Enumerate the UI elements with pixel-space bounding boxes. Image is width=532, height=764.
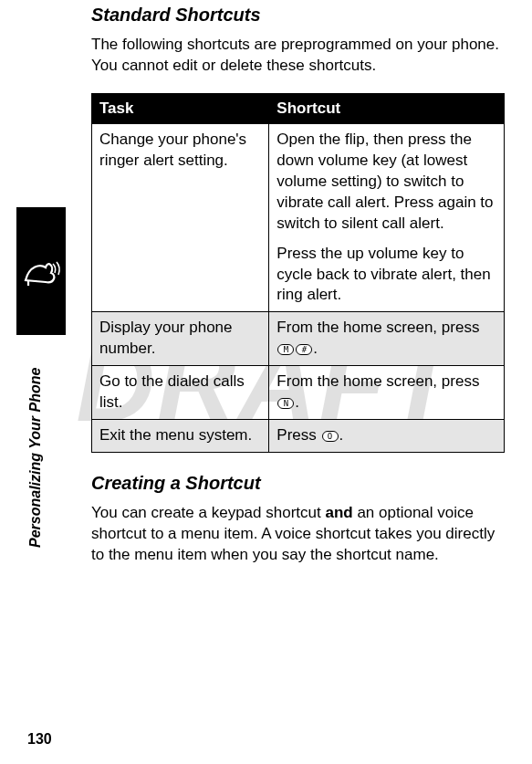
- key-icon: M: [277, 344, 294, 355]
- key-icon: #: [296, 344, 312, 355]
- col-header-shortcut: Shortcut: [269, 93, 505, 123]
- shortcut-text: From the home screen, press: [276, 319, 479, 336]
- task-cell: Change your phone's ringer alert setting…: [92, 123, 269, 312]
- table-row: Go to the dialed calls list.From the hom…: [92, 366, 505, 420]
- intro-paragraph-1: The following shortcuts are preprogramme…: [91, 35, 505, 77]
- table-row: Display your phone number.From the home …: [92, 312, 505, 366]
- heading-creating-shortcut: Creating a Shortcut: [91, 473, 505, 494]
- shortcut-cell: Press O.: [269, 420, 505, 453]
- side-tab: [16, 207, 66, 335]
- shortcut-text: Open the flip, then press the down volum…: [276, 130, 496, 235]
- task-cell: Go to the dialed calls list.: [92, 366, 269, 420]
- key-icon: O: [322, 431, 339, 442]
- shortcut-text: Press: [276, 426, 320, 444]
- table-row: Change your phone's ringer alert setting…: [92, 123, 505, 312]
- key-icon: N: [277, 398, 294, 409]
- page-number: 130: [27, 731, 52, 748]
- heading-standard-shortcuts: Standard Shortcuts: [91, 5, 505, 26]
- shortcut-cell: Open the flip, then press the down volum…: [269, 123, 505, 312]
- task-cell: Display your phone number.: [92, 312, 269, 366]
- shortcut-text: .: [313, 340, 318, 357]
- intro-paragraph-2: You can create a keypad shortcut and an …: [91, 503, 505, 566]
- side-section-label: Personalizing Your Phone: [27, 368, 44, 548]
- page-content: Standard Shortcuts The following shortcu…: [0, 0, 532, 566]
- text: You can create a keypad shortcut: [91, 504, 325, 521]
- shortcut-text: .: [339, 426, 344, 444]
- shortcut-text: Press the up volume key to cycle back to…: [276, 244, 496, 307]
- shortcut-cell: From the home screen, press N.: [269, 366, 505, 420]
- table-row: Exit the menu system.Press O.: [92, 420, 505, 453]
- task-cell: Exit the menu system.: [92, 420, 269, 453]
- col-header-task: Task: [92, 93, 269, 123]
- shortcut-text: From the home screen, press: [276, 372, 479, 390]
- ringer-vibrate-icon: [20, 253, 62, 289]
- shortcut-cell: From the home screen, press M#.: [269, 312, 505, 366]
- shortcuts-table: Task Shortcut Change your phone's ringer…: [91, 93, 505, 453]
- shortcut-text: .: [295, 393, 299, 411]
- bold-and: and: [325, 504, 352, 521]
